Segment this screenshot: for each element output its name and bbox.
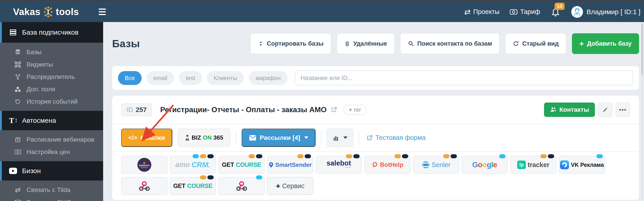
salebot-logo: salebot ••• [326, 161, 351, 169]
sidebar-item-tilda[interactable]: ⇄ Связать с Tilda [0, 184, 103, 196]
sidebar-item-distributor[interactable]: Распределитель [0, 71, 103, 83]
sidebar-item-extra-fields[interactable]: Доп. поля [0, 83, 103, 95]
status-dots [192, 154, 214, 158]
add-service-button[interactable]: + Сервис [267, 177, 313, 195]
base-id-badge: ID 257 [121, 103, 152, 116]
brand-text-second: tools [56, 6, 79, 17]
sidebar-item-bazy[interactable]: Базы [0, 46, 103, 58]
integration-senler[interactable]: Senler [413, 156, 459, 174]
filter-bar: Все email test Клиенты марафон [112, 66, 639, 90]
status-dots [248, 154, 262, 158]
integrations-grid: ★ WEBINAR STATS amoCRM. GETCOURSE [112, 152, 639, 200]
integration-getcourse[interactable]: GETCOURSE [218, 156, 264, 174]
links-button[interactable]: </> Ссылки [121, 129, 172, 147]
integration-amocrm[interactable]: amoCRM. [170, 156, 216, 174]
trash-icon [344, 40, 350, 47]
integration-smartsender[interactable]: SmartSender [267, 156, 313, 174]
filter-chip-clients[interactable]: Клиенты [207, 71, 244, 85]
search-contact-label: Поиск контакта по базам [417, 40, 492, 47]
integration-getcourse[interactable]: GETCOURSE [170, 177, 216, 195]
integration-bothelp[interactable]: BotHelp [364, 156, 410, 174]
test-form-label: Тестовая форма [375, 134, 426, 141]
base-id-value: 257 [136, 106, 146, 114]
scrollbar-thumb[interactable] [641, 23, 643, 75]
integration-webhook[interactable] [218, 177, 264, 195]
user-menu[interactable]: Владимир [ ID:1 ] [571, 6, 640, 18]
external-link-icon[interactable] [331, 107, 337, 113]
page-title: Базы [112, 37, 140, 50]
filter-chip-marathon[interactable]: марафон [249, 71, 287, 85]
menu-toggle-icon[interactable] [99, 8, 106, 15]
sidebar-item-webinar-schedule[interactable]: Расписание вебинаров [0, 133, 103, 146]
nav-tariff[interactable]: Тариф [510, 8, 540, 15]
lptracker-icon: lp [517, 161, 526, 169]
links-label: Ссылки [141, 134, 165, 141]
edit-base-button[interactable] [598, 103, 612, 117]
sidebar-item-history[interactable]: История событий [0, 95, 103, 108]
sidebar-group-bizon[interactable]: Бизон [0, 161, 103, 181]
sidebar-group-subscribers[interactable]: База подписчиков [0, 22, 103, 43]
sidebar-item-widgets[interactable]: Виджеты [0, 58, 103, 71]
search-icon [408, 40, 414, 47]
filter-chip-test[interactable]: test [179, 71, 202, 85]
bizon365-button[interactable]: BIZON 365 [178, 129, 230, 147]
add-tag-label: тег [354, 107, 361, 113]
code-icon: </> [128, 134, 138, 141]
getcourse-logo: GET [173, 183, 185, 190]
status-dots [200, 175, 214, 180]
chevron-down-icon [344, 137, 348, 139]
test-form-link[interactable]: Тестовая форма [366, 134, 426, 141]
envelope-icon [14, 200, 22, 201]
calendar-plus-icon [14, 137, 22, 143]
swap-icon: ⇄ [14, 187, 22, 193]
integration-google[interactable]: Google [462, 156, 508, 174]
integration-webhook[interactable] [121, 177, 167, 195]
add-tag-button[interactable]: + тег [344, 105, 366, 115]
brand-text-first: Vakas [13, 6, 40, 17]
banknote-icon [14, 149, 22, 155]
sidebar: База подписчиков Базы [0, 22, 103, 201]
mailings-label: Рассылки [4] [260, 134, 300, 141]
bar-chart-icon [332, 134, 339, 141]
brand-logo[interactable]: Vakas tools [13, 6, 79, 17]
sidebar-item-price-settings[interactable]: Настройка цен [0, 146, 103, 158]
status-dots [346, 154, 360, 158]
lptracker-logo: tracker [528, 161, 550, 169]
notifications-bell[interactable]: 10 [550, 6, 561, 17]
filter-chip-all[interactable]: Все [118, 71, 142, 85]
banknote-icon [510, 9, 518, 15]
stats-dropdown-button[interactable] [327, 129, 353, 147]
people-icon [550, 107, 557, 113]
integration-webinar-stats[interactable]: ★ WEBINAR STATS [121, 156, 167, 174]
sidebar-autoswap-items: Расписание вебинаров Настройка цен [0, 130, 103, 161]
deleted-button[interactable]: Удалённые [337, 33, 394, 54]
base-id-label: ID [126, 106, 133, 114]
sidebar-group-label: Автосмена [22, 117, 56, 124]
filter-chip-email[interactable]: email [146, 71, 174, 85]
add-base-button[interactable]: + Добавить базу [572, 33, 639, 54]
vk-reklama-logo: VK Реклама [571, 162, 604, 168]
more-actions-button[interactable]: ••• [616, 103, 630, 117]
sidebar-item-label: Связать с Tilda [26, 186, 70, 194]
cubes-icon [14, 86, 22, 93]
sidebar-group-autoswap[interactable]: T Автосмена [0, 111, 103, 130]
integration-vk-reklama[interactable]: VK Реклама [559, 156, 605, 174]
text-resize-icon: T [9, 116, 17, 125]
sidebar-subscribers-items: Базы Виджеты [0, 43, 103, 111]
divider [359, 131, 359, 144]
contacts-button[interactable]: Контакты [544, 103, 595, 117]
envelope-icon [249, 135, 256, 141]
history-icon [14, 98, 22, 105]
base-search-input[interactable] [295, 71, 633, 85]
nav-projects[interactable]: ⇄ Проекты [464, 8, 500, 16]
sidebar-bizon-items: ⇄ Связать с Tilda Рассылка СМС и звонков [0, 181, 103, 201]
sort-bases-button[interactable]: Сортировать базы [250, 33, 331, 54]
mailings-dropdown-button[interactable]: Рассылки [4] [242, 129, 316, 147]
bothelp-icon [372, 162, 378, 168]
bizon-label-part2: ON [203, 134, 212, 141]
integration-lptracker[interactable]: lp tracker [510, 156, 556, 174]
integration-salebot[interactable]: salebot ••• [316, 156, 362, 174]
search-contact-button[interactable]: Поиск контакта по базам [400, 33, 500, 54]
sidebar-item-sms[interactable]: Рассылка СМС и звонков [0, 196, 103, 201]
old-view-button[interactable]: Старый вид [505, 33, 566, 54]
